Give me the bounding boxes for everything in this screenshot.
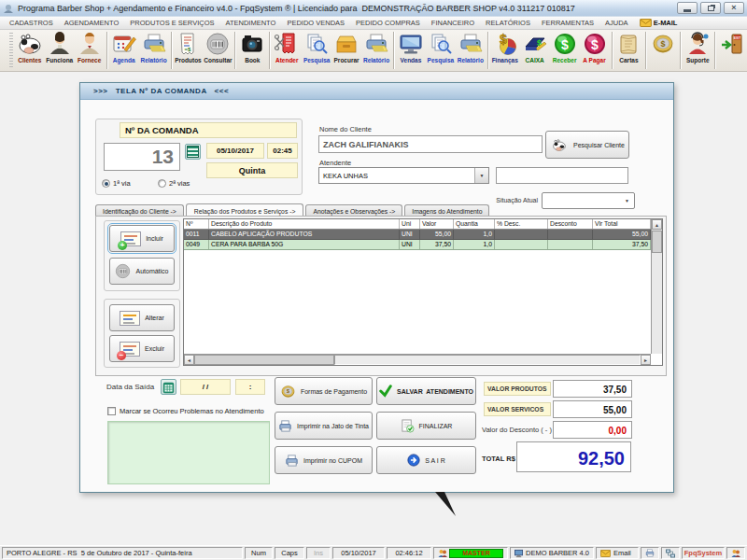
comanda-window-title[interactable]: >>> TELA Nº DA COMANDA <<< (80, 83, 673, 100)
toolbar-cartas[interactable]: Cartas (613, 30, 643, 71)
menu-pedido-compras[interactable]: PEDIDO COMPRAS (350, 19, 426, 27)
toolbar-clientes[interactable]: Clientes (15, 30, 45, 71)
exit-time-field[interactable]: : (235, 379, 265, 395)
toolbar-separator (269, 32, 270, 69)
client-name-input[interactable]: ZACH GALIFIANAKIS (318, 135, 543, 153)
via1-radio[interactable]: 1ª via (102, 179, 131, 188)
toolbar-pesquisa-vendas[interactable]: Pesquisa (426, 30, 456, 71)
menu-atendimento[interactable]: ATENDIMENTO (219, 19, 281, 27)
printer-icon (285, 454, 299, 468)
toolbar-vendas[interactable]: Vendas (396, 30, 426, 71)
toolbar-pesquisa-atendimento[interactable]: Pesquisa (302, 30, 331, 71)
toolbar-procurar[interactable]: Procurar (331, 30, 361, 71)
imprimir-cupom-button[interactable]: Imprimir no CUPOM (275, 446, 373, 474)
red-dollar-icon (583, 32, 607, 56)
finalizar-button[interactable]: FINALIZAR (376, 412, 476, 440)
automatico-button[interactable]: Automático (109, 258, 175, 285)
toolbar-separator (612, 32, 613, 69)
menu-agendamento[interactable]: AGENDAMENTO (59, 19, 125, 27)
minimize-icon (684, 9, 691, 12)
comanda-weekday-field: Quinta (206, 162, 298, 178)
search-client-button[interactable]: Pesquisar Cliente (545, 131, 629, 159)
printer-icon (458, 32, 483, 56)
attendant-select[interactable]: KEKA UNHAS ▼ (318, 167, 489, 184)
toolbar-caixa[interactable]: CAIXA (520, 30, 550, 71)
table-row[interactable]: 0049 CERA PARA BARBA 50G UNI 37,50 1,0 3… (184, 240, 662, 250)
sair-button[interactable]: S A I R (376, 446, 476, 474)
chevron-down-icon[interactable]: ▼ (474, 168, 488, 183)
excluir-button[interactable]: − Excluir (109, 335, 175, 362)
toolbar-agenda[interactable]: Agenda (109, 30, 139, 71)
menu-produtos-servicos[interactable]: PRODUTOS E SERVIÇOS (124, 19, 219, 27)
via2-radio[interactable]: 2ª vias (158, 179, 190, 188)
status-system-panel: DEMO BARBER 4.0 (510, 547, 594, 559)
scroll-right-icon[interactable]: ► (641, 355, 651, 365)
status-network[interactable] (661, 547, 680, 559)
chevron-down-icon[interactable]: ▼ (620, 193, 634, 208)
toolbar-relatorio-vendas[interactable]: Relatório (456, 30, 486, 71)
problem-notes-textarea[interactable] (107, 421, 270, 484)
table-header-row: Nº Descrição do Produto Uni Valor Quanti… (184, 219, 662, 230)
toolbar-sair-sistema[interactable] (717, 30, 747, 71)
vertical-scrollbar[interactable]: ▲ (651, 219, 662, 354)
table-row[interactable]: 0011 CABELO APLICAÇÃO PRODUTOS UNI 55,00… (184, 230, 662, 240)
formas-pagamento-button[interactable]: Formas de Pagamento (275, 377, 373, 405)
scroll-left-icon[interactable]: ◄ (184, 355, 194, 365)
green-check-icon (379, 385, 392, 398)
comanda-time-field[interactable]: 02:45 (267, 143, 298, 159)
mail-icon (600, 550, 611, 557)
menu-ferramentas[interactable]: FERRAMENTAS (536, 19, 599, 27)
comanda-number-field[interactable]: 13 (104, 143, 180, 171)
comanda-date-field[interactable]: 05/10/2017 (206, 143, 264, 159)
minimize-button[interactable] (677, 2, 698, 14)
valor-produtos-label: VALOR PRODUTOS (484, 382, 551, 396)
menu-ajuda[interactable]: AJUDA (599, 19, 634, 27)
toolbar-separator (171, 32, 172, 69)
scrollbar-thumb[interactable] (194, 355, 334, 365)
menu-relatorios[interactable]: RELATÓRIOS (480, 19, 536, 27)
situacao-select[interactable]: ▼ (542, 192, 635, 209)
status-printer[interactable] (641, 547, 659, 559)
comanda-picker-button[interactable] (185, 144, 201, 160)
incluir-button[interactable]: + Incluir (109, 225, 175, 252)
toolbar-suporte[interactable]: Suporte (683, 30, 712, 71)
scrollbar-thumb[interactable] (652, 231, 662, 253)
toolbar-consultar[interactable]: Consultar (203, 30, 233, 71)
imprimir-jato-button[interactable]: Imprimir na Jato de Tinta (275, 412, 373, 440)
toolbar-moeda[interactable] (648, 30, 678, 71)
toolbar-produtos[interactable]: Produtos (174, 30, 204, 71)
toolbar-financas[interactable]: Finanças (490, 30, 520, 71)
coin-icon (280, 384, 296, 399)
exit-date-picker-button[interactable] (161, 379, 176, 395)
toolbar-fornecedores[interactable]: Fornece (75, 30, 105, 71)
status-master-panel: MASTER (433, 547, 508, 559)
camera-icon (240, 32, 264, 56)
menu-pedido-vendas[interactable]: PEDIDO VENDAS (281, 19, 350, 27)
exit-date-field[interactable]: / / (180, 379, 231, 395)
menu-email[interactable]: E-MAIL (634, 19, 684, 27)
status-email[interactable]: Email (596, 547, 639, 559)
restore-button[interactable] (700, 2, 721, 14)
cashbook-icon (523, 32, 547, 56)
toolbar: Clientes Funciona Fornece Agenda Relatór… (0, 30, 747, 72)
toolbar-book[interactable]: Book (237, 30, 267, 71)
menu-financeiro[interactable]: FINANCEIRO (426, 19, 480, 27)
tabstrip: Identificação do Cliente -> Relação dos … (95, 200, 491, 217)
scroll-up-icon[interactable]: ▲ (652, 219, 662, 230)
toolbar-relatorio-agenda[interactable]: Relatório (139, 30, 169, 71)
exit-door-icon (720, 32, 744, 56)
attendant-extra-input[interactable] (496, 167, 628, 184)
alterar-button[interactable]: Alterar (109, 304, 175, 331)
salvar-atendimento-button[interactable]: SALVAR ATENDIMENTO (376, 377, 476, 405)
problem-checkbox[interactable]: Marcar se Ocorreu Problemas no Atendimen… (107, 407, 264, 415)
toolbar-receber[interactable]: Receber (550, 30, 580, 71)
toolbar-atender[interactable]: Atender (272, 30, 302, 71)
toolbar-relatorio-atendimento[interactable]: Relatório (361, 30, 391, 71)
toolbar-a-pagar[interactable]: A Pagar (580, 30, 610, 71)
network-icon (666, 549, 675, 558)
status-users[interactable] (726, 547, 745, 559)
menu-cadastros[interactable]: CADASTROS (4, 19, 59, 27)
horizontal-scrollbar[interactable]: ◄ ► (184, 354, 651, 365)
toolbar-funcionarios[interactable]: Funciona (45, 30, 75, 71)
close-button[interactable]: × (724, 2, 744, 14)
